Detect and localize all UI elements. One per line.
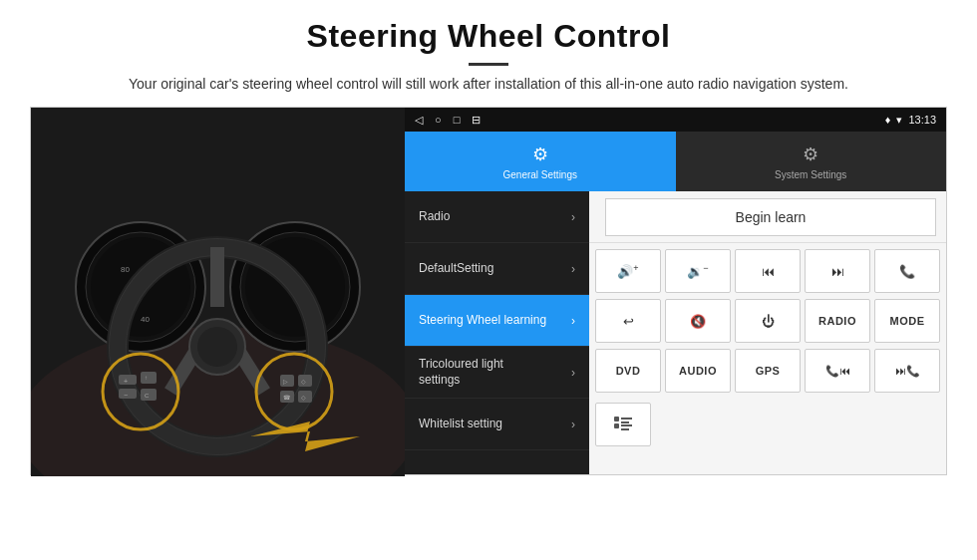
menu-item-radio[interactable]: Radio › (405, 191, 589, 243)
menu-item-default[interactable]: DefaultSetting › (405, 243, 589, 295)
svg-rect-37 (614, 417, 619, 421)
svg-rect-40 (621, 421, 629, 423)
mute-icon: 🔇 (690, 314, 706, 329)
svg-text:↑: ↑ (145, 375, 148, 381)
volume-down-icon: 🔉− (687, 263, 708, 279)
mode-button[interactable]: MODE (874, 299, 940, 343)
svg-text:C: C (145, 393, 150, 399)
phone-prev-button[interactable]: 📞⏮ (805, 349, 870, 393)
status-bar: ◁ ○ □ ⊟ ♦ ▾ 13:13 (405, 108, 946, 132)
chevron-right-icon: › (571, 366, 575, 380)
list-icon (611, 413, 635, 436)
svg-text:◇: ◇ (301, 395, 306, 401)
status-bar-right: ♦ ▾ 13:13 (885, 114, 936, 127)
dvd-button[interactable]: DVD (595, 349, 661, 393)
header-divider (469, 63, 508, 66)
phone-next-icon: ⏭📞 (895, 365, 920, 378)
settings-menu: Radio › DefaultSetting › Steering Wheel … (405, 191, 589, 474)
button-grid-row1: 🔊+ 🔉− ⏮ ⏭ 📞 (589, 243, 946, 299)
phone-prev-icon: 📞⏮ (825, 365, 850, 378)
svg-text:◇: ◇ (301, 379, 306, 385)
location-icon: ♦ (885, 114, 891, 126)
tab-system-settings[interactable]: ⚙ System Settings (676, 132, 947, 191)
settings-area: Radio › DefaultSetting › Steering Wheel … (405, 191, 946, 474)
signal-icon: ▾ (896, 114, 902, 127)
radio-button[interactable]: RADIO (805, 299, 870, 343)
tab-general-label: General Settings (503, 169, 578, 180)
menu-default-label: DefaultSetting (419, 261, 493, 277)
list-icon-button[interactable] (595, 403, 651, 446)
svg-rect-41 (621, 424, 632, 426)
menu-item-steering[interactable]: Steering Wheel learning › (405, 295, 589, 347)
svg-point-18 (197, 327, 237, 367)
chevron-right-icon: › (571, 418, 575, 431)
svg-text:40: 40 (141, 315, 150, 324)
volume-down-button[interactable]: 🔉− (665, 249, 731, 293)
gps-label: GPS (756, 365, 781, 377)
phone-next-button[interactable]: ⏭📞 (874, 349, 940, 393)
svg-rect-42 (621, 428, 629, 430)
power-icon: ⏻ (762, 314, 775, 329)
next-track-button[interactable]: ⏭ (805, 249, 870, 293)
page-title: Steering Wheel Control (60, 18, 917, 55)
svg-rect-38 (614, 423, 619, 428)
menu-item-tricolour[interactable]: Tricoloured lightsettings › (405, 347, 589, 399)
chevron-right-icon: › (571, 314, 575, 328)
system-icon: ⚙ (803, 143, 818, 165)
page-header: Steering Wheel Control Your original car… (0, 0, 977, 107)
clock: 13:13 (908, 114, 936, 126)
back-nav-icon[interactable]: ◁ (415, 114, 423, 127)
menu-tricolour-label: Tricoloured lightsettings (419, 357, 503, 388)
menu-item-whitelist[interactable]: Whitelist setting › (405, 399, 589, 450)
audio-button[interactable]: AUDIO (665, 349, 731, 393)
gear-icon: ⚙ (532, 143, 548, 165)
recent-nav-icon[interactable]: □ (454, 114, 461, 127)
phone-icon: 📞 (899, 264, 915, 279)
tab-system-label: System Settings (775, 169, 846, 180)
android-ui: ◁ ○ □ ⊟ ♦ ▾ 13:13 ⚙ General Settings ⚙ S… (405, 108, 946, 474)
chevron-right-icon: › (571, 262, 575, 276)
gps-button[interactable]: GPS (735, 349, 801, 393)
begin-learn-row: Begin learn (589, 191, 946, 243)
audio-label: AUDIO (679, 365, 717, 377)
svg-rect-22 (141, 372, 157, 384)
phone-button[interactable]: 📞 (874, 249, 940, 293)
mute-button[interactable]: 🔇 (665, 299, 731, 343)
button-grid-row3: DVD AUDIO GPS 📞⏮ ⏭📞 (589, 349, 946, 399)
home-nav-icon[interactable]: ○ (435, 114, 442, 127)
menu-nav-icon[interactable]: ⊟ (472, 114, 481, 127)
volume-up-icon: 🔊+ (617, 263, 638, 279)
control-panel: Begin learn 🔊+ 🔉− ⏮ ⏭ (589, 191, 946, 474)
top-tabs: ⚙ General Settings ⚙ System Settings (405, 132, 946, 191)
svg-text:+: + (124, 378, 128, 385)
svg-text:80: 80 (121, 265, 130, 274)
radio-label: RADIO (818, 315, 856, 327)
status-bar-left: ◁ ○ □ ⊟ (415, 114, 481, 127)
begin-learn-button[interactable]: Begin learn (605, 198, 936, 236)
svg-text:−: − (124, 392, 128, 399)
chevron-right-icon: › (571, 210, 575, 224)
button-grid-row2: ↩ 🔇 ⏻ RADIO MODE (589, 299, 946, 349)
menu-radio-label: Radio (419, 209, 450, 225)
svg-text:☎: ☎ (283, 395, 291, 401)
tab-general-settings[interactable]: ⚙ General Settings (405, 132, 676, 191)
power-button[interactable]: ⏻ (735, 299, 801, 343)
prev-track-icon: ⏮ (762, 264, 775, 279)
header-description: Your original car's steering wheel contr… (60, 74, 917, 95)
call-end-icon: ↩ (623, 314, 634, 329)
dvd-label: DVD (616, 365, 641, 377)
mode-label: MODE (890, 315, 925, 327)
call-end-button[interactable]: ↩ (595, 299, 661, 343)
svg-text:▷: ▷ (283, 379, 288, 385)
menu-steering-label: Steering Wheel learning (419, 313, 546, 329)
prev-track-button[interactable]: ⏮ (735, 249, 801, 293)
bottom-row (589, 399, 946, 450)
main-content: 80 120 40 + − (30, 107, 947, 475)
next-track-icon: ⏭ (831, 264, 844, 279)
svg-rect-39 (621, 418, 632, 420)
volume-up-button[interactable]: 🔊+ (595, 249, 661, 293)
menu-whitelist-label: Whitelist setting (419, 417, 502, 432)
steering-wheel-image: 80 120 40 + − (31, 108, 405, 476)
